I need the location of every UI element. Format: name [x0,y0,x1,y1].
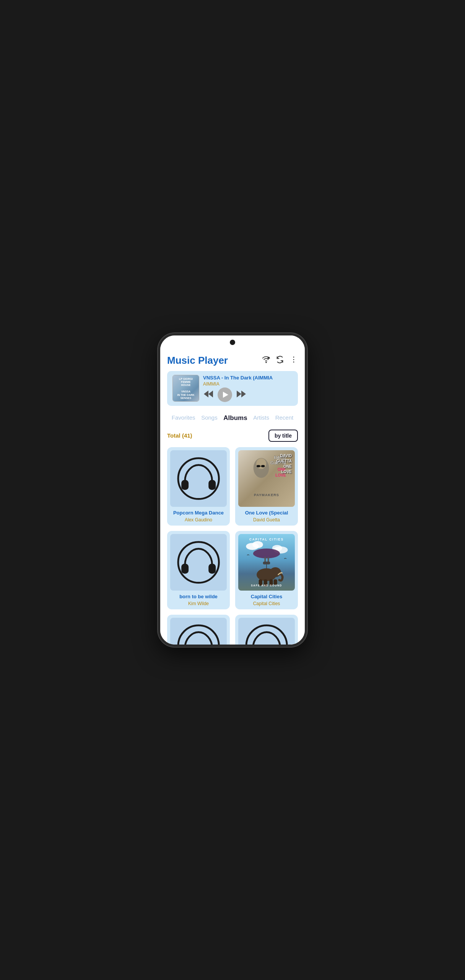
play-button[interactable] [218,387,232,402]
now-playing-bar[interactable]: LP GIORGIFEMMEHOUSEVNSSAIN THE DARKSENSE… [167,371,298,406]
svg-rect-33 [264,557,266,562]
album-name-3: born to be wilde [179,594,218,600]
svg-text:SAFE AND SOUND: SAFE AND SOUND [251,584,282,587]
play-icon [223,392,228,398]
app-header: Music Player i [167,349,298,371]
album-card[interactable]: born to be wilde Kim Wilde [167,531,230,609]
album-cover-5 [170,618,227,645]
svg-marker-9 [241,391,246,397]
album-cover-2: PAYMAKERS DAVID GUETTA ONE LOVE [238,450,295,507]
app-title: Music Player [167,355,228,366]
album-card[interactable]: Popcorn Mega Dance Alex Gaudino [167,447,230,526]
sort-button[interactable]: by title [268,430,298,442]
album-card[interactable]: CAPITAL CITIES SAFE AND SOUND Capital Ci… [235,531,298,609]
svg-rect-22 [261,465,265,467]
album-artist-1: Alex Gaudino [185,517,212,523]
svg-text:LOVE: LOVE [275,473,286,477]
album-card[interactable]: PAYMAKERS DAVID GUETTA ONE LOVE [235,447,298,526]
album-cover-4: CAPITAL CITIES SAFE AND SOUND [238,534,295,591]
album-cover-3 [170,534,227,591]
albums-grid: Popcorn Mega Dance Alex Gaudino [167,447,298,645]
track-title: VNSSA - In The Dark (AIMMIA [203,375,293,381]
status-bar [160,335,305,349]
svg-point-3 [293,357,294,358]
svg-rect-12 [208,480,216,490]
album-cover-1 [170,450,227,507]
tab-albums[interactable]: Albums [223,413,248,423]
album-card[interactable] [167,615,230,645]
camera-dot [230,340,235,345]
svg-point-29 [252,541,263,548]
album-name-4: Capital Cities [251,594,282,600]
album-artist-2: David Guetta [253,517,280,523]
refresh-icon[interactable] [276,355,284,366]
track-artist: AIMMIA [203,381,293,387]
svg-point-0 [266,362,267,363]
rewind-button[interactable] [203,390,214,399]
svg-rect-21 [257,465,260,467]
svg-rect-26 [208,563,216,573]
svg-point-48 [246,625,287,645]
tab-songs[interactable]: Songs [200,413,218,423]
svg-text:ONE: ONE [278,467,286,472]
svg-marker-7 [208,391,213,397]
total-row: Total (41) by title [167,430,298,442]
svg-rect-34 [268,557,269,562]
svg-marker-8 [237,391,241,397]
svg-rect-11 [181,480,189,490]
album-card[interactable] [235,615,298,645]
svg-point-5 [293,361,294,363]
svg-point-32 [253,549,280,558]
tab-recent[interactable]: Recent [275,413,294,423]
tab-artists[interactable]: Artists [252,413,270,423]
svg-marker-6 [204,391,208,397]
svg-text:GUETTA: GUETTA [270,461,286,465]
svg-point-38 [270,567,281,577]
phone-shell: Music Player i [158,333,307,647]
tab-favorites[interactable]: Favorites [171,413,196,423]
album-name-1: Popcorn Mega Dance [173,510,224,516]
svg-point-45 [178,625,219,645]
header-icons: i [262,355,298,366]
now-playing-album-art: LP GIORGIFEMMEHOUSEVNSSAIN THE DARKSENSE… [172,375,199,402]
svg-rect-35 [263,562,270,564]
album-artist-3: Kim Wilde [188,601,209,606]
svg-rect-25 [181,563,189,573]
player-controls [203,387,293,402]
fast-forward-button[interactable] [236,390,247,399]
track-info: VNSSA - In The Dark (AIMMIA AIMMIA [203,375,293,402]
album-artist-4: Capital Cities [253,601,280,606]
svg-rect-13 [238,450,295,507]
album-cover-6 [238,618,295,645]
wifi-info-icon[interactable]: i [262,355,270,366]
svg-text:PAYMAKERS: PAYMAKERS [254,493,279,497]
album-name-2: One Love (Special [245,510,288,516]
svg-text:DAVID: DAVID [274,456,286,460]
total-label: Total (41) [167,432,192,439]
svg-point-20 [256,458,266,469]
more-icon[interactable] [289,355,298,366]
svg-point-4 [293,359,294,360]
svg-text:CAPITAL CITIES: CAPITAL CITIES [249,537,284,541]
tabs-bar: Favorites Songs Albums Artists Recent [167,413,298,423]
app-content: Music Player i [160,349,305,645]
